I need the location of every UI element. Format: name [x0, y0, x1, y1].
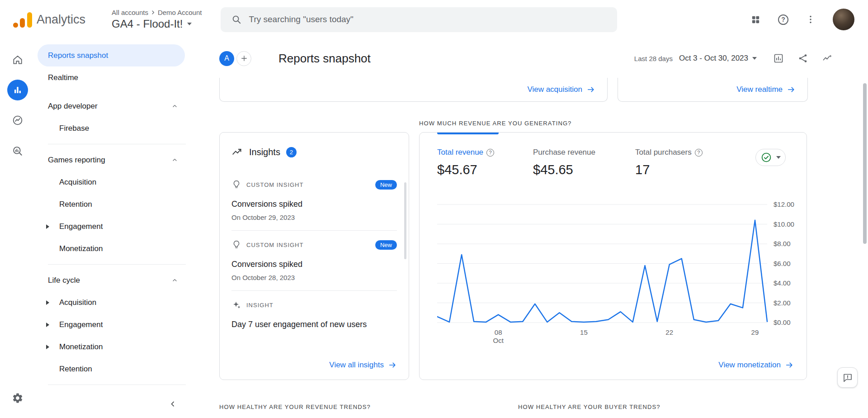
advertising-icon [12, 145, 24, 157]
metric-purchase-revenue[interactable]: Purchase revenue $45.65 [533, 148, 635, 177]
insight-date: On October 29, 2023 [231, 214, 397, 221]
admin-button[interactable] [7, 387, 28, 409]
apps-grid-icon [750, 14, 761, 25]
insight-title[interactable]: Day 7 user engagement of new users [231, 320, 397, 329]
search-bar[interactable] [221, 7, 617, 32]
insights-title: Insights [249, 147, 280, 157]
user-avatar[interactable] [833, 9, 854, 30]
sidebar-item-realtime[interactable]: Realtime [35, 66, 188, 89]
metric-label: Purchase revenue [533, 148, 595, 157]
svg-text:$10.00: $10.00 [774, 220, 794, 228]
metric-total-purchasers[interactable]: Total purchasers ? 17 [635, 148, 703, 177]
breadcrumb-root[interactable]: All accounts [112, 9, 148, 16]
insights-trending-icon [231, 146, 243, 158]
view-all-insights-link[interactable]: View all insights [329, 361, 397, 370]
advertising-button[interactable] [7, 140, 28, 162]
date-range-label: Last 28 days [634, 55, 673, 62]
chevron-up-icon [171, 157, 178, 163]
sidebar-item-games-retention[interactable]: Retention [35, 193, 188, 215]
partial-cards-row: View acquisition View realtime [219, 78, 868, 102]
insight-divider [231, 230, 397, 231]
chevron-up-icon [171, 277, 178, 284]
sidebar-item-lifecycle-acquisition[interactable]: Acquisition [35, 291, 188, 314]
info-icon[interactable]: ? [695, 149, 703, 157]
sidebar-item-label: Reports snapshot [48, 51, 108, 60]
chevron-right-icon [150, 9, 156, 16]
analytics-logo-icon[interactable] [13, 11, 32, 28]
sidebar-item-lifecycle-monetization[interactable]: Monetization [35, 336, 188, 358]
sidebar-item-label: Acquisition [59, 178, 96, 187]
insights-sparkline-icon [822, 53, 833, 64]
date-range-value[interactable]: Oct 3 - Oct 30, 2023 [679, 54, 748, 63]
sidebar-item-games-engagement[interactable]: Engagement [35, 215, 188, 238]
expand-triangle-icon [46, 300, 49, 305]
view-monetization-link[interactable]: View monetization [718, 361, 794, 370]
report-nav-sidebar: Reports snapshot Realtime App developer … [35, 39, 188, 418]
metric-value: $45.67 [437, 162, 533, 177]
customize-report-button[interactable] [773, 53, 784, 64]
reports-button[interactable] [7, 80, 28, 100]
sidebar-section-app-developer[interactable]: App developer [35, 95, 188, 117]
body-row: Reports snapshot Realtime App developer … [0, 39, 868, 418]
metric-value: $45.65 [533, 162, 635, 177]
insight-meta: CUSTOM INSIGHT New [231, 180, 397, 190]
info-icon[interactable]: ? [486, 149, 494, 157]
sidebar-item-games-acquisition[interactable]: Acquisition [35, 171, 188, 193]
sidebar-item-lifecycle-retention[interactable]: Retention [35, 358, 188, 380]
new-badge: New [375, 180, 397, 190]
feedback-icon [842, 372, 853, 383]
caret-down-icon[interactable] [752, 57, 757, 60]
apps-grid-button[interactable] [750, 14, 761, 25]
share-report-button[interactable] [797, 53, 808, 64]
main-content: A Reports snapshot Last 28 days Oct 3 - … [188, 39, 868, 418]
sidebar-item-firebase[interactable]: Firebase [35, 117, 188, 139]
insight-item[interactable]: CUSTOM INSIGHT New Conversions spiked On… [231, 240, 397, 281]
sidebar-item-label: Firebase [59, 124, 89, 133]
metrics-row: Total revenue ? $45.67 Purchase revenue … [420, 133, 807, 177]
property-selector[interactable]: GA4 - Flood-It! [112, 18, 202, 30]
insights-scrollbar[interactable] [404, 182, 406, 259]
metric-label: Total revenue [437, 148, 483, 157]
view-all-insights-label: View all insights [329, 361, 384, 370]
view-acquisition-link[interactable]: View acquisition [527, 85, 595, 94]
insight-title[interactable]: Conversions spiked [231, 260, 397, 269]
arrow-right-icon [388, 361, 397, 370]
property-name: GA4 - Flood-It! [112, 18, 183, 30]
sidebar-section-games-reporting[interactable]: Games reporting [35, 149, 188, 171]
home-icon [12, 54, 24, 66]
insight-item[interactable]: CUSTOM INSIGHT New Conversions spiked On… [231, 180, 397, 221]
chevron-left-icon [168, 399, 177, 408]
toolbar-actions: Last 28 days Oct 3 - Oct 30, 2023 [634, 53, 833, 64]
breadcrumb-account[interactable]: Demo Account [158, 9, 202, 16]
app-header: Analytics All accounts Demo Account GA4 … [0, 0, 868, 39]
search-input[interactable] [249, 14, 606, 24]
sidebar-section-label: Games reporting [48, 156, 105, 165]
home-button[interactable] [7, 49, 28, 71]
collapse-sidebar-button[interactable] [166, 397, 179, 411]
help-button[interactable]: ? [778, 14, 788, 25]
insights-count-badge: 2 [286, 147, 297, 157]
expand-triangle-icon [46, 323, 49, 327]
insight-title[interactable]: Conversions spiked [231, 200, 397, 209]
svg-text:$8.00: $8.00 [774, 240, 791, 247]
metric-total-revenue[interactable]: Total revenue ? $45.67 [437, 148, 533, 177]
sidebar-item-games-monetization[interactable]: Monetization [35, 238, 188, 260]
more-options-button[interactable] [806, 14, 816, 24]
view-realtime-link[interactable]: View realtime [736, 85, 796, 94]
data-quality-button[interactable] [755, 149, 786, 166]
sidebar-item-lifecycle-engagement[interactable]: Engagement [35, 314, 188, 336]
page-scrollbar[interactable] [863, 83, 867, 244]
feedback-button[interactable] [837, 367, 858, 388]
explore-button[interactable] [7, 109, 28, 131]
sidebar-section-life-cycle[interactable]: Life cycle [35, 269, 188, 291]
add-report-button[interactable] [236, 51, 251, 66]
insight-kind: CUSTOM INSIGHT [246, 242, 303, 248]
insights-panel-button[interactable] [822, 53, 833, 64]
report-collection-avatar[interactable]: A [219, 51, 234, 66]
insight-item[interactable]: INSIGHT Day 7 user engagement of new use… [231, 300, 397, 329]
sidebar-item-reports-snapshot[interactable]: Reports snapshot [38, 44, 185, 66]
lightbulb-icon [231, 180, 241, 190]
app-name: Analytics [37, 13, 85, 27]
share-icon [797, 53, 808, 64]
nav-rail [0, 39, 35, 418]
